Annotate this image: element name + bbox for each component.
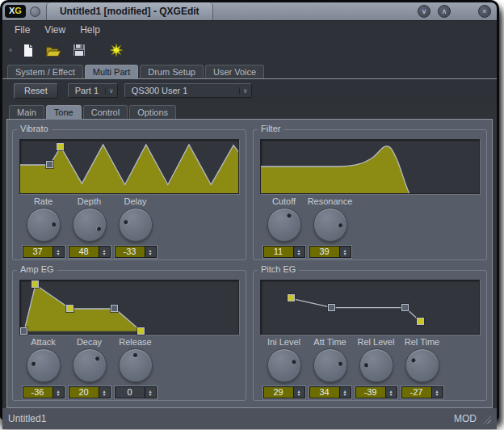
- voice-select[interactable]: QS300 User 1: [124, 83, 252, 98]
- att-time-knob[interactable]: [313, 348, 347, 382]
- decay-knob[interactable]: [73, 348, 107, 382]
- resize-grip[interactable]: [481, 414, 491, 424]
- envelope-handle[interactable]: [288, 294, 295, 301]
- toolbar-grip[interactable]: [9, 48, 12, 52]
- status-session-name: Untitled1: [8, 413, 46, 424]
- attack-value: -36: [23, 387, 52, 398]
- window-title: Untitled1 [modified] - QXGEdit: [60, 6, 200, 17]
- delay-spinbox[interactable]: -33: [115, 246, 157, 258]
- attack-spinbox[interactable]: -36: [23, 386, 65, 398]
- open-file-icon: [45, 43, 62, 58]
- rel-level-spin-buttons[interactable]: [385, 387, 397, 398]
- rate-knob[interactable]: [27, 208, 61, 242]
- user-voice-icon: [109, 43, 124, 57]
- save-file-button[interactable]: [69, 40, 90, 60]
- shade-button[interactable]: ∨: [418, 5, 430, 18]
- rel-level-knob[interactable]: [359, 348, 393, 382]
- filter-title: Filter: [258, 124, 284, 133]
- amp-eg-title: Amp EG: [17, 264, 57, 274]
- envelope-handle[interactable]: [417, 318, 424, 325]
- release-spinbox[interactable]: 0: [115, 386, 157, 398]
- cutoff-knob[interactable]: [267, 208, 301, 242]
- decay-spinbox[interactable]: 20: [69, 386, 111, 398]
- menu-view[interactable]: View: [37, 23, 73, 37]
- rel-level-value: -39: [356, 387, 385, 398]
- envelope-handle[interactable]: [32, 280, 39, 288]
- window-controls: ∨∧×: [418, 5, 491, 18]
- attack-spin-buttons[interactable]: [52, 387, 64, 398]
- att-time-spin-buttons[interactable]: [339, 387, 351, 398]
- rel-time-knob[interactable]: [405, 348, 439, 382]
- depth-spinbox[interactable]: 48: [69, 246, 111, 258]
- main-tabbar: System / EffectMulti PartDrum SetupUser …: [2, 62, 497, 79]
- tab-system-effect[interactable]: System / Effect: [7, 65, 83, 78]
- tab-user-voice[interactable]: User Voice: [205, 65, 264, 78]
- subtab-tone[interactable]: Tone: [46, 105, 82, 120]
- resonance-knob[interactable]: [313, 208, 347, 242]
- envelope-handle[interactable]: [46, 161, 53, 168]
- envelope-handle[interactable]: [20, 327, 27, 335]
- release-label: Release: [119, 336, 151, 348]
- menubar: FileViewHelp: [2, 20, 497, 38]
- user-voice-button[interactable]: [106, 40, 127, 60]
- part-select[interactable]: Part 1: [68, 83, 118, 98]
- rel-time-spinbox[interactable]: -27: [401, 386, 443, 398]
- rel-level-label: Rel Level: [358, 336, 395, 348]
- delay-knob[interactable]: [119, 208, 153, 242]
- release-spin-buttons[interactable]: [145, 387, 156, 398]
- envelope-handle[interactable]: [66, 305, 74, 312]
- ini-level-spin-buttons[interactable]: [293, 387, 304, 398]
- rel-level-spinbox[interactable]: -39: [355, 386, 397, 398]
- cutoff-spinbox[interactable]: 11: [263, 246, 305, 258]
- rate-spin-buttons[interactable]: [52, 247, 64, 257]
- ini-level-spinbox[interactable]: 29: [263, 386, 305, 398]
- unshade-button[interactable]: ∧: [438, 5, 451, 18]
- cutoff-spin-buttons[interactable]: [293, 247, 304, 257]
- reset-button[interactable]: Reset: [14, 83, 58, 99]
- menu-file[interactable]: File: [7, 23, 37, 37]
- vibrato-title: Vibrato: [17, 124, 52, 133]
- att-time-spinbox[interactable]: 34: [309, 386, 351, 398]
- envelope-handle[interactable]: [111, 305, 118, 312]
- envelope-handle[interactable]: [328, 304, 335, 311]
- app-window: XG Untitled1 [modified] - QXGEdit ∨∧× Fi…: [0, 0, 499, 419]
- envelope-handle[interactable]: [401, 304, 409, 311]
- release-knob[interactable]: [119, 348, 153, 382]
- tab-multi-part[interactable]: Multi Part: [85, 65, 138, 79]
- cutoff-value: 11: [264, 247, 293, 257]
- close-button[interactable]: ×: [478, 5, 491, 18]
- new-file-button[interactable]: [17, 40, 38, 60]
- depth-knob[interactable]: [73, 208, 107, 242]
- resonance-spinbox[interactable]: 39: [309, 246, 351, 258]
- save-file-icon: [72, 43, 86, 57]
- dropdown-arrow-icon: [239, 87, 251, 95]
- attack-knob[interactable]: [27, 348, 61, 382]
- delay-spin-buttons[interactable]: [145, 247, 156, 257]
- rate-spinbox[interactable]: 37: [23, 246, 65, 258]
- status-mod-indicator: MOD: [454, 413, 477, 424]
- window-menu-button[interactable]: [30, 6, 40, 17]
- envelope-handle[interactable]: [57, 143, 64, 150]
- titlebar[interactable]: XG Untitled1 [modified] - QXGEdit ∨∧×: [2, 2, 497, 20]
- depth-spin-buttons[interactable]: [99, 247, 110, 257]
- filter-curve: [261, 140, 479, 193]
- menu-help[interactable]: Help: [73, 23, 107, 37]
- window-title-tab: Untitled1 [modified] - QXGEdit: [46, 2, 213, 20]
- envelope-handle[interactable]: [137, 327, 145, 335]
- resonance-label: Resonance: [308, 196, 353, 208]
- release-value: 0: [116, 387, 145, 398]
- voice-select-value: QS300 User 1: [125, 86, 239, 95]
- rel-time-spin-buttons[interactable]: [431, 387, 443, 398]
- tab-drum-setup[interactable]: Drum Setup: [140, 65, 204, 78]
- resonance-spin-buttons[interactable]: [339, 247, 351, 257]
- open-file-button[interactable]: [43, 40, 64, 60]
- ini-level-knob[interactable]: [267, 348, 301, 382]
- subtab-control[interactable]: Control: [83, 105, 128, 119]
- decay-spin-buttons[interactable]: [99, 387, 110, 398]
- sub-tabbar: MainToneControlOptions: [6, 103, 493, 120]
- amp-eg-panel: Amp EG Attack-36Decay20Release0: [12, 270, 246, 401]
- subtab-main[interactable]: Main: [9, 105, 44, 119]
- vibrato-panel: Vibrato Rate37Depth48Delay-33: [12, 129, 246, 260]
- subtab-options[interactable]: Options: [129, 105, 176, 119]
- vibrato-waveform-graph: [19, 139, 239, 194]
